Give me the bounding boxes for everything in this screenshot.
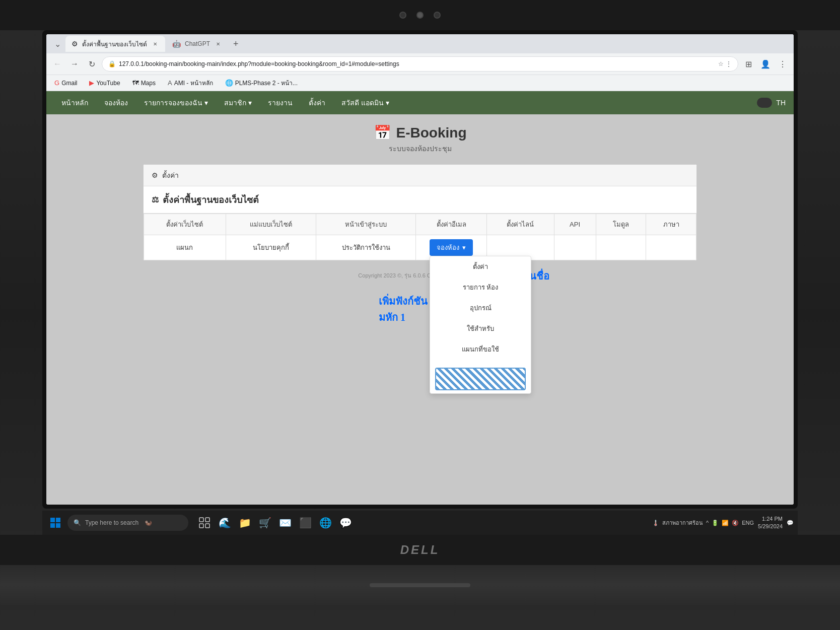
nav-home[interactable]: หน้าหลัก [54, 93, 95, 112]
dropdown-item-equipment[interactable]: อุปกรณ์ [430, 298, 531, 318]
nav-swadee[interactable]: สวัสดี แอดมิน ▾ [334, 93, 396, 112]
svg-rect-6 [205, 518, 209, 522]
taskbar-app5[interactable]: ⬛ [296, 514, 314, 532]
taskview-icon [199, 517, 210, 528]
dark-mode-toggle[interactable] [757, 98, 772, 108]
annotation-label3: มหัก 1 [379, 309, 428, 325]
website-content: หน้าหลัก จองห้อง รายการจองของฉัน ▾ สมาชิ… [46, 91, 794, 505]
dropdown-item-for-use[interactable]: ใช้สำหรับ [430, 318, 531, 339]
wifi-icon: 📶 [722, 520, 729, 526]
calendar-icon: 📅 [374, 124, 391, 141]
bookmark-ami[interactable]: A AMI - หน้าหลัก [164, 77, 217, 89]
svg-rect-2 [56, 518, 60, 522]
dropdown-item-dept-request[interactable]: แผนกที่ขอใช้ [430, 339, 531, 360]
ami-favicon: A [168, 79, 172, 87]
systray-expand[interactable]: ^ [706, 520, 709, 526]
cell-history: ประวัติการใช้งาน [316, 235, 416, 260]
dropdown-arrow-1: ▾ [204, 99, 208, 107]
browser-expand-btn[interactable]: ⌄ [50, 37, 64, 51]
dropdown-item-settings[interactable]: ตั้งค่า [430, 256, 531, 277]
dropdown-item-room-list[interactable]: รายการ ห้อง [430, 277, 531, 298]
main-area: 📅 E-Booking ระบบจองห้องประชุม ⚙ ตั้งค่า [46, 114, 794, 505]
table-row: แผนก นโยบายคุกกี้ ประวัติการใช้งาน จองห้… [144, 235, 696, 260]
more-icon[interactable]: ⋮ [726, 60, 732, 67]
weather-icon: 🌡️ [652, 520, 659, 526]
col-login: หน้าเข้าสู่ระบบ [316, 214, 416, 235]
tab1-title: ตั้งค่าพื้นฐานของเว็บไซต์ [82, 39, 147, 49]
ebooking-header: 📅 E-Booking ระบบจองห้องประชุม [374, 124, 467, 154]
screen-bezel: ⌄ ⚙ ตั้งค่าพื้นฐานของเว็บไซต์ ✕ 🤖 ChatGP… [42, 30, 798, 509]
settings-icon: ⚙ [152, 171, 158, 179]
tab-chatgpt[interactable]: 🤖 ChatGPT ✕ [166, 36, 228, 52]
tab-bar: ⌄ ⚙ ตั้งค่าพื้นฐานของเว็บไซต์ ✕ 🤖 ChatGP… [46, 34, 794, 53]
search-icon: 🔍 [74, 519, 81, 526]
start-button[interactable] [46, 514, 64, 532]
room-booking-dropdown-btn[interactable]: จองห้อง ▾ [430, 239, 473, 256]
laptop-hinge [370, 583, 470, 587]
extensions-btn[interactable]: ⊞ [741, 57, 755, 71]
taskbar-explorer[interactable]: 📁 [236, 514, 254, 532]
address-bar-row: ← → ↻ 🔒 127.0.0.1/booking-main/booking-m… [46, 53, 794, 75]
nav-room[interactable]: จองห้อง [97, 93, 135, 112]
tab1-close[interactable]: ✕ [151, 40, 159, 48]
col-line: ตั้งค่าไลน์ [487, 214, 554, 235]
browser-chrome: ⌄ ⚙ ตั้งค่าพื้นฐานของเว็บไซต์ ✕ 🤖 ChatGP… [46, 34, 794, 91]
col-lang: ภาษา [646, 214, 696, 235]
nav-settings[interactable]: ตั้งค่า [302, 93, 332, 112]
camera-dot-right [434, 12, 441, 19]
notification-icon[interactable]: 💬 [787, 520, 794, 526]
taskbar: 🔍 Type here to search 🦦 🌊 📁 🛒 ✉️ ⬛ 🌐 💬 [42, 511, 798, 535]
dell-logo-area: DELL [0, 535, 840, 565]
windows-icon [50, 518, 60, 528]
bookmark-youtube[interactable]: ▶ YouTube [85, 78, 124, 88]
volume-icon: 🔇 [732, 520, 739, 526]
taskbar-store[interactable]: 🛒 [256, 514, 274, 532]
plms-label: PLMS-Phase 2 - หน้า... [235, 78, 298, 88]
bookmark-gmail[interactable]: G Gmail [50, 78, 81, 88]
nav-myreservations[interactable]: รายการจองของฉัน ▾ [137, 93, 215, 112]
table-header-row: ตั้งค่าเว็บไซต์ แม่แบบเว็บไซต์ หน้าเข้าส… [144, 214, 696, 235]
profile-btn[interactable]: 👤 [758, 57, 773, 71]
new-tab-btn[interactable]: + [229, 39, 243, 49]
bookmark-maps[interactable]: 🗺 Maps [128, 78, 160, 88]
address-text: 127.0.0.1/booking-main/booking-main/inde… [119, 60, 715, 67]
youtube-label: YouTube [96, 80, 120, 87]
section-title-text: ตั้งค่าพื้นฐานของเว็บไซต์ [163, 192, 259, 207]
gmail-label: Gmail [61, 80, 77, 87]
ebooking-title-text: E-Booking [396, 125, 467, 141]
nav-member[interactable]: สมาชิก ▾ [217, 93, 259, 112]
lock-icon: 🔒 [108, 60, 116, 67]
taskbar-app7[interactable]: 💬 [336, 514, 355, 532]
bookmark-plms[interactable]: 🌐 PLMS-Phase 2 - หน้า... [221, 77, 302, 89]
hatched-area [435, 368, 526, 390]
taskbar-apps: 🌊 📁 🛒 ✉️ ⬛ 🌐 💬 [195, 514, 355, 532]
taskbar-chrome[interactable]: 🌐 [316, 514, 334, 532]
weather-status: สภาพอากาศร้อน [662, 518, 703, 527]
maps-label: Maps [141, 80, 156, 87]
tab2-favicon: 🤖 [172, 40, 181, 48]
gmail-favicon: G [54, 79, 59, 87]
taskbar-taskview[interactable] [195, 514, 214, 532]
cell-empty2 [554, 235, 596, 260]
tab2-close[interactable]: ✕ [214, 40, 222, 48]
taskbar-mail[interactable]: ✉️ [276, 514, 294, 532]
menu-btn[interactable]: ⋮ [776, 57, 790, 71]
reload-btn[interactable]: ↻ [85, 57, 99, 71]
star-icon[interactable]: ☆ [718, 60, 724, 67]
cell-empty4 [646, 235, 696, 260]
maps-favicon: 🗺 [132, 79, 139, 87]
tab-settings[interactable]: ⚙ ตั้งค่าพื้นฐานของเว็บไซต์ ✕ [65, 36, 165, 52]
forward-btn[interactable]: → [67, 57, 82, 71]
dell-logo: DELL [400, 543, 440, 557]
nav-report[interactable]: รายงาน [261, 93, 300, 112]
back-btn[interactable]: ← [50, 57, 64, 71]
systray: 🌡️ สภาพอากาศร้อน ^ 🔋 📶 🔇 ENG [652, 518, 754, 527]
taskbar-clock[interactable]: 1:24 PM 5/29/2024 [758, 515, 783, 531]
taskbar-edge[interactable]: 🌊 [216, 514, 234, 532]
lang-indicator: ENG [742, 520, 754, 526]
dropdown-btn-label: จองห้อง [437, 242, 459, 253]
settings-breadcrumb: ⚙ ตั้งค่า [144, 165, 696, 186]
language-selector[interactable]: TH [776, 99, 786, 107]
address-bar[interactable]: 🔒 127.0.0.1/booking-main/booking-main/in… [102, 56, 738, 72]
taskbar-search[interactable]: 🔍 Type here to search 🦦 [67, 515, 188, 531]
